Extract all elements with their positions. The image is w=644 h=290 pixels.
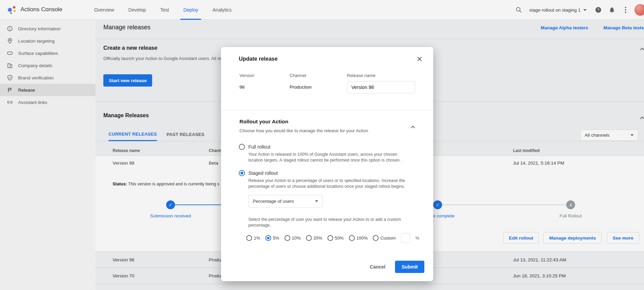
tab-overview[interactable]: Overview <box>87 0 121 20</box>
rollout-mode-value: Percentage of users <box>253 199 294 204</box>
manage-alpha-testers-link[interactable]: Manage Alpha testers <box>541 25 588 30</box>
sidebar-item-surface-capabilities[interactable]: Surface capabilities <box>0 47 96 59</box>
sidebar-item-label: Surface capabilities <box>18 51 58 56</box>
last-modified-cell: Jul 13, 2021, 11:22:43 AM <box>513 257 566 262</box>
percent-5-radio[interactable] <box>265 235 271 241</box>
see-more-button[interactable]: See more <box>607 232 639 244</box>
actions-console-app: Actions Console Overview Develop Test De… <box>0 0 644 290</box>
sidebar-item-label: Assistant links <box>18 100 47 105</box>
capsule-icon <box>7 50 13 56</box>
channel-label: Channel <box>290 73 306 78</box>
rollout-mode-select[interactable]: Percentage of users <box>248 195 323 208</box>
sidebar-item-directory-information[interactable]: Directory information <box>0 22 96 35</box>
shield-check-icon <box>7 75 13 81</box>
rollout-section-subtitle: Choose how you would like to manage the … <box>239 128 368 133</box>
channel-value: Production <box>290 85 312 90</box>
svg-text:?: ? <box>597 7 600 12</box>
release-name-cell: Version 70 <box>113 273 134 278</box>
release-name-cell: Version 98 <box>113 161 134 166</box>
location-pin-icon <box>7 38 13 44</box>
tab-deploy[interactable]: Deploy <box>176 0 205 20</box>
percent-option-custom[interactable]: Custom <box>373 235 396 241</box>
sidebar-item-label: Directory information <box>18 26 61 31</box>
assistant-logo-icon <box>8 5 17 15</box>
channel-filter-select[interactable]: All channels <box>580 129 638 141</box>
release-name-label: Release name <box>347 73 376 78</box>
manage-deployments-button[interactable]: Manage deployments <box>543 232 602 244</box>
percent-100-radio[interactable] <box>349 235 355 241</box>
sidebar-item-release[interactable]: Release <box>0 84 96 96</box>
staged-rollout-label[interactable]: Staged rollout <box>248 170 278 176</box>
sidebar-item-label: Release <box>18 88 35 93</box>
percent-50-radio[interactable] <box>327 235 333 241</box>
tab-past-releases[interactable]: PAST RELEASES <box>166 128 204 141</box>
dialog-title: Update release <box>239 56 278 62</box>
staged-rollout-description: Release your Action to a percentage of u… <box>248 178 409 189</box>
percent-10-radio[interactable] <box>284 235 290 241</box>
close-icon[interactable]: ✕ <box>413 53 426 65</box>
step-number-circle: 4 <box>566 200 575 209</box>
percentage-help-text: Select the percentage of user you want t… <box>248 217 416 228</box>
release-name-cell: Version 96 <box>113 257 134 262</box>
left-sidebar: Directory information Location targeting… <box>0 20 96 290</box>
help-icon[interactable]: ? <box>591 3 605 17</box>
tab-test[interactable]: Test <box>153 0 176 20</box>
building-icon <box>7 62 13 68</box>
sidebar-item-label: Location targeting <box>18 39 55 44</box>
overflow-menu-icon[interactable] <box>619 3 632 17</box>
project-selector[interactable]: stage rollout on staging 1 <box>526 4 591 16</box>
percent-option-1[interactable]: 1% <box>246 235 260 241</box>
tab-current-releases[interactable]: CURRENT RELEASES <box>108 128 157 141</box>
stepper-line-pending <box>442 204 566 205</box>
edit-rollout-button[interactable]: Edit rollout <box>503 232 539 244</box>
notifications-bell-icon[interactable] <box>605 3 619 17</box>
last-modified-cell: Jun 18, 2021, 3:10:25 PM <box>513 273 566 278</box>
percent-option-5[interactable]: 5% <box>265 235 279 241</box>
dialog-footer: Cancel Submit <box>370 261 424 273</box>
create-release-description: Officially launch your Action to Google … <box>103 56 222 61</box>
step-label-full-rollout: Full Rollout <box>559 213 582 218</box>
collapse-create-section-icon[interactable] <box>640 46 644 52</box>
percent-1-radio[interactable] <box>246 235 252 241</box>
tab-analytics[interactable]: Analytics <box>205 0 239 20</box>
percent-option-50[interactable]: 50% <box>327 235 344 241</box>
release-name-input[interactable] <box>347 81 415 93</box>
user-avatar[interactable] <box>634 4 644 16</box>
percent-20-radio[interactable] <box>306 235 312 241</box>
percent-option-20[interactable]: 20% <box>306 235 322 241</box>
sidebar-item-assistant-links[interactable]: Assistant links <box>0 96 96 108</box>
percent-option-10[interactable]: 10% <box>284 235 301 241</box>
release-flag-icon <box>7 87 13 93</box>
divider <box>96 39 644 39</box>
full-rollout-description: Your Action is released to 100% of Googl… <box>248 152 409 163</box>
submit-button[interactable]: Submit <box>395 261 424 273</box>
app-title: Actions Console <box>20 6 62 13</box>
chevron-down-icon <box>583 9 587 11</box>
sidebar-item-label: Brand verification <box>18 75 54 80</box>
collapse-manage-section-icon[interactable] <box>640 115 644 121</box>
start-new-release-button[interactable]: Start new release <box>103 74 152 87</box>
sidebar-item-location-targeting[interactable]: Location targeting <box>0 35 96 47</box>
channel-filter-value: All channels <box>585 133 610 138</box>
cancel-button[interactable]: Cancel <box>370 264 385 270</box>
full-rollout-radio[interactable] <box>239 144 245 150</box>
divider <box>221 110 433 111</box>
search-icon[interactable] <box>512 3 526 17</box>
primary-nav: Overview Develop Test Deploy Analytics <box>87 0 239 20</box>
full-rollout-label[interactable]: Full rollout <box>248 144 270 150</box>
custom-percent-input[interactable] <box>401 233 410 243</box>
status-text: This version is approved and is currentl… <box>128 182 220 186</box>
step-check-icon <box>433 200 442 209</box>
release-status: Status: This version is approved and is … <box>113 182 219 186</box>
collapse-rollout-section-icon[interactable] <box>407 121 418 132</box>
sidebar-item-brand-verification[interactable]: Brand verification <box>0 72 96 84</box>
sidebar-item-label: Company details <box>18 63 53 68</box>
percent-option-100[interactable]: 100% <box>349 235 368 241</box>
manage-beta-testers-link[interactable]: Manage Beta testers <box>603 25 644 30</box>
percent-custom-radio[interactable] <box>373 235 379 241</box>
staged-rollout-radio[interactable] <box>239 170 245 176</box>
last-modified-cell: Jul 14, 2021, 5:16:14 PM <box>513 161 564 166</box>
sidebar-item-company-details[interactable]: Company details <box>0 59 96 72</box>
manage-releases-title: Manage Releases <box>103 112 149 119</box>
tab-develop[interactable]: Develop <box>121 0 153 20</box>
